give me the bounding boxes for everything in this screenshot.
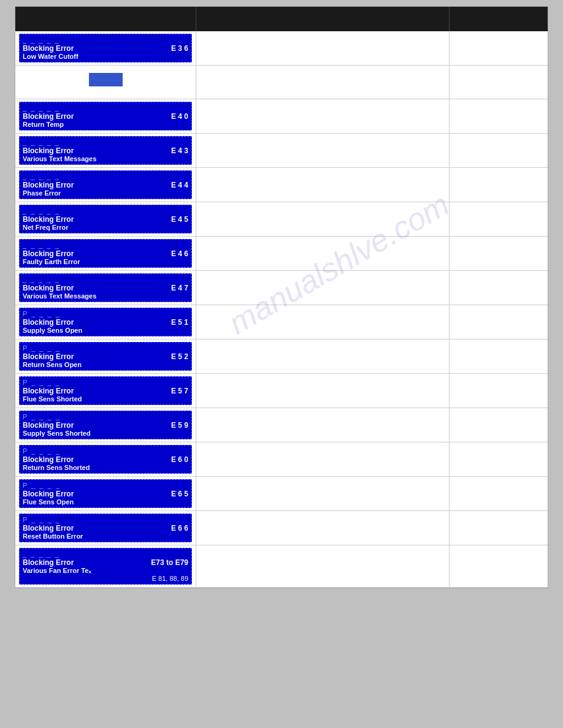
col-mid (196, 477, 450, 510)
error-label: Blocking Error (23, 181, 74, 189)
col-left: _ _ _ _ _Blocking ErrorE73 to E79Various… (15, 545, 196, 587)
col-mid (196, 545, 450, 587)
col-mid (196, 271, 450, 305)
error-label: Blocking Error (23, 318, 74, 327)
error-line: Blocking ErrorE 3 6 (23, 44, 188, 53)
error-extra: E 81, 88, 89 (23, 575, 188, 582)
error-label: Blocking Error (23, 352, 74, 361)
error-line: Blocking ErrorE 4 3 (23, 146, 188, 155)
error-label: Blocking Error (23, 455, 74, 464)
error-name: Faulty Earth Error (23, 258, 188, 265)
error-line: Blocking ErrorE 5 7 (23, 387, 188, 395)
table-row: P _ _ _ _Blocking ErrorE 5 9Supply Sens … (15, 408, 548, 442)
error-label: Blocking Error (23, 284, 74, 292)
col-mid (196, 442, 450, 476)
col-left: _ _ _ _ _Blocking ErrorE 4 0Return Temp (15, 99, 196, 133)
error-label: Blocking Error (23, 558, 74, 567)
table-header (15, 7, 548, 31)
error-prefix: P _ _ _ _ (23, 413, 188, 420)
error-prefix: P _ _ _ _ (23, 516, 188, 523)
col-right (450, 66, 548, 99)
col-right (450, 99, 548, 133)
error-block: _ _ _ _ _Blocking ErrorE 4 4Phase Error (19, 170, 192, 199)
error-line: Blocking ErrorE 4 4 (23, 181, 188, 189)
col-left: P _ _ _ _Blocking ErrorE 6 5Flue Sens Op… (15, 477, 196, 510)
error-label: Blocking Error (23, 490, 74, 498)
col-right (450, 511, 548, 545)
col-mid (196, 339, 450, 373)
error-name: Flue Sens Open (23, 498, 188, 506)
col-mid (196, 408, 450, 442)
error-name: Return Sens Open (23, 361, 188, 368)
col-mid (196, 305, 450, 339)
error-line: Blocking ErrorE 6 5 (23, 490, 188, 498)
table-row: _ _ _ _ _Blocking ErrorE73 to E79Various… (15, 545, 548, 588)
error-name: Return Sens Shorted (23, 464, 188, 471)
col-right (450, 168, 548, 202)
error-prefix: P _ _ _ _ (23, 379, 188, 386)
error-code: E73 to E79 (151, 558, 188, 567)
col-left: P _ _ _ _Blocking ErrorE 5 2Return Sens … (15, 339, 196, 373)
col-right (450, 31, 548, 65)
error-prefix: _ _ _ _ _ (23, 36, 188, 44)
table-row: _ _ _ _ _Blocking ErrorE 4 6Faulty Earth… (15, 237, 548, 271)
error-label: Blocking Error (23, 146, 74, 155)
error-prefix: P _ _ _ _ (23, 482, 188, 489)
error-line: Blocking ErrorE 4 5 (23, 215, 188, 224)
error-block: _ _ _ _ _Blocking ErrorE 3 6Low Water Cu… (19, 34, 192, 63)
error-prefix: P _ _ _ _ (23, 344, 188, 352)
table-row: P _ _ _ _Blocking ErrorE 5 7Flue Sens Sh… (15, 374, 548, 408)
error-line: Blocking ErrorE 5 2 (23, 352, 188, 361)
col-mid (196, 99, 450, 133)
col-mid (196, 237, 450, 270)
error-block: _ _ _ _ _Blocking ErrorE 4 5Net Freq Err… (19, 205, 192, 233)
col-left: P _ _ _ _Blocking ErrorE 6 6Reset Button… (15, 511, 196, 545)
table-row: _ _ _ _ _Blocking ErrorE 3 6Low Water Cu… (15, 31, 548, 66)
col-right (450, 202, 548, 236)
error-line: Blocking ErrorE73 to E79 (23, 558, 188, 567)
error-name: Reset Button Error (23, 533, 188, 540)
error-line: Blocking ErrorE 4 6 (23, 249, 188, 258)
error-code: E 4 6 (171, 249, 188, 258)
error-line: Blocking ErrorE 5 9 (23, 421, 188, 430)
error-block: _ _ _ _ _Blocking ErrorE 4 0Return Temp (19, 102, 192, 131)
table-row: P _ _ _ _Blocking ErrorE 6 6Reset Button… (15, 511, 548, 545)
col-left: P _ _ _ _Blocking ErrorE 5 9Supply Sens … (15, 408, 196, 442)
error-line: Blocking ErrorE 4 7 (23, 284, 188, 292)
table-row: _ _ _ _ _Blocking ErrorE 4 0Return Temp (15, 99, 548, 134)
error-name: Supply Sens Shorted (23, 430, 188, 437)
error-block: _ _ _ _ _Blocking ErrorE 4 7Various Text… (19, 273, 192, 302)
error-label: Blocking Error (23, 387, 74, 395)
col-right (450, 545, 548, 587)
error-label: Blocking Error (23, 112, 74, 121)
error-line: Blocking ErrorE 5 1 (23, 318, 188, 327)
error-block: P _ _ _ _Blocking ErrorE 6 6Reset Button… (19, 514, 192, 542)
error-name: Low Water Cutoff (23, 53, 188, 60)
page-container: _ _ _ _ _Blocking ErrorE 3 6Low Water Cu… (15, 6, 548, 588)
error-code: E 6 5 (171, 490, 188, 498)
error-code: E 5 7 (171, 387, 188, 395)
error-prefix: _ _ _ _ _ (23, 173, 188, 180)
error-block: P _ _ _ _Blocking ErrorE 6 0Return Sens … (19, 445, 192, 474)
error-code: E 4 4 (171, 181, 188, 189)
error-block: P _ _ _ _Blocking ErrorE 6 5Flue Sens Op… (19, 479, 192, 508)
table-row: _ _ _ _ _Blocking ErrorE 4 3Various Text… (15, 134, 548, 168)
header-col1 (15, 7, 196, 31)
col-mid (196, 31, 450, 65)
error-prefix: _ _ _ _ _ (23, 104, 188, 112)
error-code: E 6 0 (171, 455, 188, 464)
error-prefix: _ _ _ _ _ (23, 138, 188, 146)
blue-rectangle (89, 73, 123, 86)
error-code: E 5 9 (171, 421, 188, 430)
col-left: _ _ _ _ _Blocking ErrorE 4 4Phase Error (15, 168, 196, 202)
col-right (450, 305, 548, 339)
col-right (450, 442, 548, 476)
col-left: P _ _ _ _Blocking ErrorE 5 7Flue Sens Sh… (15, 374, 196, 408)
error-prefix: _ _ _ _ _ (23, 550, 188, 558)
error-code: E 4 7 (171, 284, 188, 292)
table-row: _ _ _ _ _Blocking ErrorE 4 4Phase Error (15, 168, 548, 202)
error-code: E 4 5 (171, 215, 188, 224)
error-label: Blocking Error (23, 215, 74, 224)
table-row: P _ _ _ _Blocking ErrorE 6 5Flue Sens Op… (15, 477, 548, 511)
col-mid (196, 202, 450, 236)
